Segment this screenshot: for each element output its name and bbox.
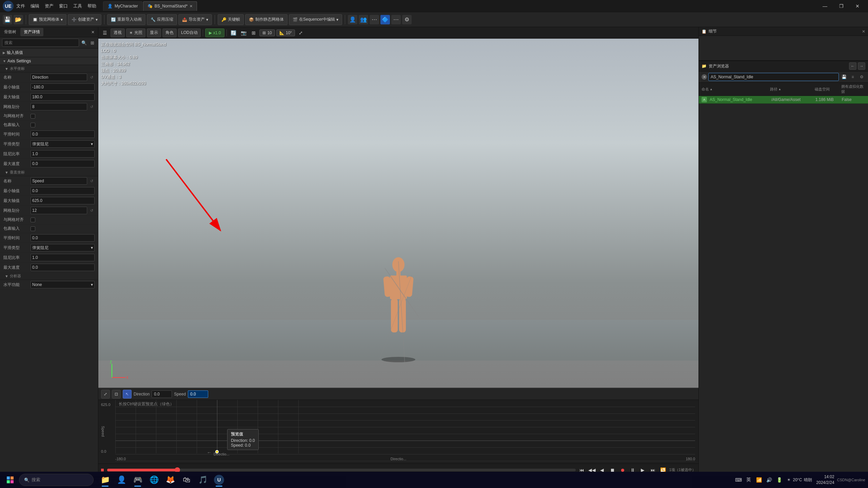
ab-filter-icon[interactable]: ≡ [849, 73, 856, 81]
h-min-input[interactable] [32, 85, 93, 89]
toolbar-more-icon[interactable]: ⋯ [370, 15, 379, 24]
bs-expand-btn[interactable]: ⤢ [101, 390, 110, 399]
vp-play-btn[interactable]: ▶ x1.0 [205, 28, 225, 37]
h-smooth-input[interactable] [32, 132, 93, 137]
progress-bar[interactable] [107, 469, 576, 471]
h-damping-input[interactable] [32, 151, 93, 156]
h-damping-value[interactable] [31, 150, 95, 158]
v-maxspeed-value[interactable] [31, 264, 95, 271]
v-name-input[interactable] [32, 179, 85, 183]
h-snap-checkbox[interactable] [31, 114, 35, 119]
v-damping-input[interactable] [32, 255, 93, 260]
vp-lod-btn[interactable]: LOD自动 [178, 28, 201, 37]
bs-speed-value[interactable]: 0.0 [188, 390, 208, 398]
col-name[interactable]: 命名 ▲ [702, 84, 767, 94]
toolbar-person2-icon[interactable]: 👥 [359, 15, 368, 24]
window-maximize[interactable]: ❐ [833, 1, 849, 12]
v-maxspeed-input[interactable] [32, 265, 93, 270]
h-name-value[interactable] [31, 74, 87, 81]
window-close[interactable]: ✕ [850, 1, 865, 12]
v-smooth-input[interactable] [32, 236, 93, 240]
ab-forward-btn[interactable]: → [858, 62, 865, 70]
menu-help[interactable]: 帮助 [87, 3, 96, 9]
toolbar-icon-save[interactable]: 💾 [3, 15, 12, 24]
taskbar-app-game[interactable]: 🎮 [130, 472, 145, 487]
toolbar-preview-mesh[interactable]: 🔲 预览网格体 ▾ [29, 14, 66, 25]
v-grid-reset[interactable]: ↺ [88, 207, 95, 214]
vp-character-btn[interactable]: 角色 [162, 28, 177, 37]
v-max-input[interactable] [32, 198, 93, 203]
menu-tools[interactable]: 工具 [73, 3, 82, 9]
vp-camera-icon[interactable]: 📷 [239, 28, 248, 37]
panel-tab-assetdetails[interactable]: 资产详情 [20, 28, 43, 36]
h-name-input[interactable] [32, 75, 85, 80]
v-damping-value[interactable] [31, 254, 95, 261]
left-panel-close-button[interactable]: ✕ [90, 29, 96, 36]
time-block[interactable]: 14:02 2024/2/24 [816, 474, 834, 486]
asset-row-0[interactable]: A AS_Normal_Stand_Idle /All/Game/Asset 1… [699, 96, 868, 104]
h-grid-input[interactable] [32, 104, 85, 109]
window-minimize[interactable]: — [817, 1, 833, 12]
details-close-btn[interactable]: ✕ [862, 29, 865, 34]
menu-file[interactable]: 文件 [16, 3, 25, 9]
toolbar-icon-browse[interactable]: 📂 [14, 15, 23, 24]
h-smooth-value[interactable] [31, 130, 95, 138]
h-max-value[interactable] [31, 93, 95, 101]
taskbar-app-person[interactable]: 👤 [114, 472, 129, 487]
keyboard-icon[interactable]: ⌨ [735, 476, 742, 484]
search-grid-icon[interactable]: ⊞ [88, 39, 96, 46]
v-smoothtype-select[interactable]: 弹簧阻尼 ▾ [31, 244, 95, 251]
vp-expand-icon[interactable]: ⤢ [296, 28, 305, 37]
toolbar-create-asset[interactable]: ➕ 创建资产 ▾ [68, 14, 101, 25]
volume-icon[interactable]: 🔊 [765, 476, 773, 484]
menu-asset[interactable]: 资产 [45, 3, 54, 9]
panel-tab-skeleton[interactable]: 骨骼树 [1, 28, 20, 36]
vp-settings-icon[interactable]: ☰ [100, 28, 109, 37]
toolbar-apply-compression[interactable]: 🔧 应用压缩 [147, 14, 177, 25]
vp-lighting-btn[interactable]: ☀ 光照 [126, 28, 145, 37]
section-vertical-axis[interactable]: ▼ 垂直坐标 [0, 169, 98, 176]
v-wrap-checkbox[interactable] [31, 226, 35, 231]
vp-grid-icon[interactable]: ⊞ [249, 28, 258, 37]
taskbar-app-browser[interactable]: 🌐 [146, 472, 161, 487]
taskbar-app-firefox[interactable]: 🦊 [163, 472, 178, 487]
ab-back-btn[interactable]: ← [849, 62, 856, 70]
tab-bsnormalstand-close[interactable]: ✕ [190, 4, 193, 8]
toolbar-keyframe[interactable]: 🔑 关键帧 [218, 14, 244, 25]
weather-block[interactable]: ☀ 20°C 晴朗 [786, 477, 813, 483]
taskbar-app-ue[interactable]: U [212, 472, 226, 487]
toolbar-blueprint-icon[interactable]: 🔷 [380, 15, 390, 24]
taskbar-search-bar[interactable]: 🔍 搜索 [19, 474, 94, 486]
taskbar-app-music[interactable]: 🎵 [195, 472, 210, 487]
v-name-value[interactable] [31, 177, 87, 185]
h-smoothtype-select[interactable]: 弹簧阻尼 ▾ [31, 140, 95, 148]
ab-save-search-icon[interactable]: 💾 [840, 73, 848, 81]
ab-clear-search[interactable]: ✕ [702, 74, 707, 80]
h-min-value[interactable] [31, 83, 95, 91]
bs-cursor-btn[interactable]: ↖ [123, 390, 132, 399]
ab-settings-icon[interactable]: ⚙ [858, 73, 865, 81]
v-min-value[interactable] [31, 187, 95, 195]
search-icon[interactable]: 🔍 [80, 39, 88, 46]
asset-search-input[interactable] [708, 73, 839, 81]
taskbar-app-explorer[interactable]: 📁 [98, 472, 113, 487]
h-grid-reset[interactable]: ↺ [88, 104, 95, 110]
h-max-input[interactable] [32, 95, 93, 99]
bs-selected-point[interactable] [215, 450, 219, 453]
vp-show-btn[interactable]: 显示 [147, 28, 161, 37]
wifi-icon[interactable]: 📶 [755, 476, 763, 484]
blendspace-canvas[interactable]: 长按Ctrl键设置预览点（绿色） 625.0 Speed 0.0 [98, 400, 698, 464]
analysis-hfunc-select[interactable]: None ▾ [31, 281, 95, 288]
menu-window[interactable]: 窗口 [59, 3, 68, 9]
toolbar-export-asset[interactable]: 📤 导出资产 ▾ [178, 14, 212, 25]
tab-mycharacter[interactable]: 👤 MyCharacter [103, 1, 142, 11]
toolbar-person-icon[interactable]: 👤 [348, 15, 357, 24]
section-horizontal-axis[interactable]: ▼ 水平坐标 [0, 65, 98, 73]
viewport[interactable]: 正在预览混合空间 BS_NormalStand LOD：0 当前屏幕大小：0.8… [98, 39, 698, 388]
section-input-params[interactable]: ▶ 输入插值 [0, 48, 98, 57]
lang-icon[interactable]: 英 [745, 476, 752, 484]
section-axis-settings[interactable]: ▼ Axis Settings [0, 57, 98, 65]
section-analysis[interactable]: ▼ 分析器 [0, 272, 98, 280]
h-grid-value[interactable] [31, 103, 87, 110]
bs-direction-value[interactable]: 0.0 [152, 390, 172, 398]
